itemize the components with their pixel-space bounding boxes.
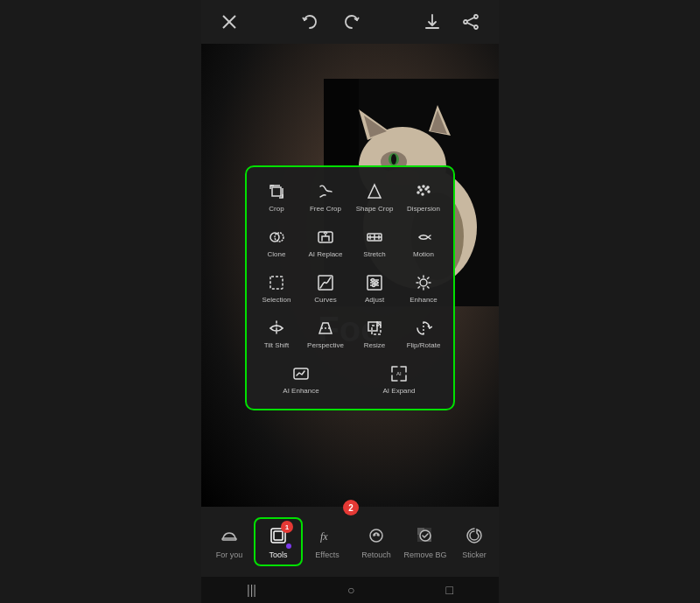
download-button[interactable] xyxy=(418,8,446,36)
retouch-icon xyxy=(365,524,388,547)
nav-sticker[interactable]: Sticker xyxy=(450,519,499,564)
tool-stretch-label: Stretch xyxy=(363,250,385,258)
crop-icon xyxy=(266,181,287,202)
stretch-icon xyxy=(364,227,385,248)
svg-point-26 xyxy=(418,186,420,188)
dispersion-icon xyxy=(413,181,434,202)
svg-point-28 xyxy=(427,186,429,188)
tool-motion-label: Motion xyxy=(413,250,434,258)
nav-remove-bg-label: Remove BG xyxy=(403,550,446,559)
tool-ai-expand[interactable]: AI AI Expand xyxy=(352,358,446,400)
tool-free-crop[interactable]: Free Crop xyxy=(303,176,348,218)
svg-point-3 xyxy=(474,15,478,18)
undo-button[interactable] xyxy=(296,8,324,36)
nav-for-you-label: For you xyxy=(216,550,243,559)
tool-dispersion[interactable]: Dispersion xyxy=(401,176,446,218)
svg-point-17 xyxy=(391,154,396,165)
svg-rect-42 xyxy=(270,277,283,289)
tool-ai-expand-label: AI Expand xyxy=(383,387,416,395)
tool-perspective[interactable]: Perspective xyxy=(303,312,348,354)
home-button[interactable]: ○ xyxy=(347,583,354,597)
svg-point-75 xyxy=(377,534,380,536)
svg-point-29 xyxy=(420,189,422,191)
enhance-icon xyxy=(413,272,434,293)
svg-point-30 xyxy=(425,188,427,190)
ai-expand-icon: AI xyxy=(388,363,410,384)
tool-stretch[interactable]: Stretch xyxy=(352,221,397,263)
perspective-icon xyxy=(315,318,336,339)
tool-motion[interactable]: Motion xyxy=(401,221,446,263)
nav-retouch-label: Retouch xyxy=(361,550,391,559)
tool-crop-label: Crop xyxy=(269,205,284,213)
close-button[interactable] xyxy=(215,8,243,36)
tool-resize-label: Resize xyxy=(364,341,385,349)
tool-dispersion-label: Dispersion xyxy=(407,205,440,213)
ai-replace-icon xyxy=(315,227,336,248)
tool-shape-crop[interactable]: Shape Crop xyxy=(352,176,397,218)
nav-tools[interactable]: 1 Tools xyxy=(254,517,303,566)
tool-clone[interactable]: Clone xyxy=(254,221,299,263)
selection-icon xyxy=(266,272,287,293)
tool-free-crop-label: Free Crop xyxy=(310,205,341,213)
tool-selection[interactable]: Selection xyxy=(254,267,299,309)
resize-icon xyxy=(364,318,385,339)
layers-icon: 1 xyxy=(267,524,290,547)
svg-point-50 xyxy=(373,284,375,287)
tool-ai-replace[interactable]: AI Replace xyxy=(303,221,348,263)
svg-line-59 xyxy=(418,287,420,289)
back-button[interactable]: ||| xyxy=(247,583,256,597)
tool-clone-label: Clone xyxy=(268,250,286,258)
svg-line-56 xyxy=(418,277,420,279)
nav-effects-label: Effects xyxy=(315,550,339,559)
tools-panel-badge: 2 xyxy=(343,500,359,515)
tilt-shift-icon xyxy=(266,318,287,339)
tool-curves[interactable]: Curves xyxy=(303,267,348,309)
tool-adjust-label: Adjust xyxy=(365,296,384,304)
svg-point-73 xyxy=(370,529,382,542)
shape-crop-icon xyxy=(364,181,385,202)
hat-icon xyxy=(218,524,241,547)
tool-curves-label: Curves xyxy=(314,296,336,304)
redo-button[interactable] xyxy=(338,8,366,36)
remove-bg-icon xyxy=(414,524,437,547)
tool-enhance[interactable]: Enhance xyxy=(401,267,446,309)
tool-perspective-label: Perspective xyxy=(307,341,344,349)
svg-line-41 xyxy=(428,237,430,239)
svg-point-31 xyxy=(417,192,419,193)
system-bar: ||| ○ □ xyxy=(201,577,499,603)
recent-button[interactable]: □ xyxy=(446,583,453,597)
svg-line-58 xyxy=(428,277,430,279)
svg-point-51 xyxy=(420,279,427,286)
tool-flip-rotate[interactable]: Flip/Rotate xyxy=(401,312,446,354)
svg-point-49 xyxy=(375,282,378,284)
tool-resize[interactable]: Resize xyxy=(352,312,397,354)
tool-ai-enhance[interactable]: AI Enhance xyxy=(254,358,348,400)
adjust-icon xyxy=(364,272,385,293)
tool-tilt-shift-label: Tilt Shift xyxy=(264,341,290,349)
svg-point-5 xyxy=(474,25,478,29)
free-crop-icon xyxy=(315,181,336,202)
tool-adjust[interactable]: Adjust xyxy=(352,267,397,309)
tool-crop[interactable]: Crop xyxy=(254,176,299,218)
nav-for-you[interactable]: For you xyxy=(205,519,254,564)
svg-text:fx: fx xyxy=(320,530,328,543)
tools-panel: Crop Free Crop Shape Crop xyxy=(245,165,455,410)
svg-rect-2 xyxy=(425,27,439,29)
svg-point-27 xyxy=(423,186,424,187)
tool-tilt-shift[interactable]: Tilt Shift xyxy=(254,312,299,354)
svg-text:AI: AI xyxy=(396,371,402,376)
nav-remove-bg[interactable]: Remove BG xyxy=(401,519,450,564)
bottom-nav: For you 1 Tools fx Effects xyxy=(201,507,499,577)
nav-effects[interactable]: fx Effects xyxy=(303,519,352,564)
svg-line-57 xyxy=(428,287,430,289)
svg-rect-63 xyxy=(368,322,377,331)
nav-retouch[interactable]: Retouch xyxy=(352,519,401,564)
tool-ai-replace-label: AI Replace xyxy=(308,250,342,258)
svg-point-74 xyxy=(374,534,376,536)
svg-point-4 xyxy=(464,20,467,24)
curves-icon xyxy=(315,272,336,293)
svg-rect-71 xyxy=(274,531,283,540)
tools-last-row: AI Enhance AI AI Expand xyxy=(254,358,446,400)
share-button[interactable] xyxy=(457,8,485,36)
svg-line-6 xyxy=(467,18,474,21)
